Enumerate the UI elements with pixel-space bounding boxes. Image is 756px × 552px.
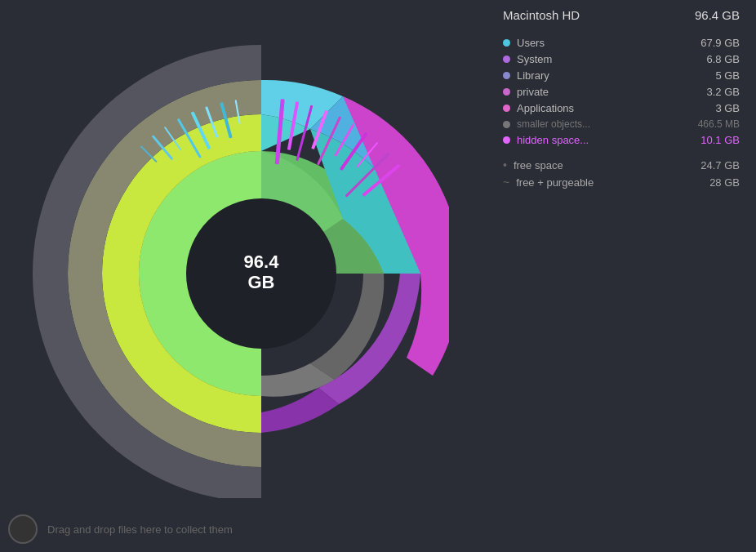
- disk-title-row: Macintosh HD 96.4 GB: [503, 8, 740, 25]
- legend-item-private: private3.2 GB: [503, 86, 740, 98]
- legend-label-users: Users: [517, 37, 683, 49]
- legend-dot-system: [503, 56, 510, 63]
- legend-value-library: 5 GB: [683, 69, 740, 82]
- legend-label-library: Library: [517, 69, 683, 82]
- legend-separator: [503, 150, 740, 158]
- legend-label-free-space: free space: [514, 159, 683, 171]
- legend-item-free-space: •free space24.7 GB: [503, 158, 740, 171]
- legend-item-free-purgeable: ~free + purgeable28 GB: [503, 176, 740, 189]
- legend-label-applications: Applications: [517, 102, 683, 114]
- chart-area: 96.4 GB: [24, 24, 482, 514]
- legend-prefix-free-purgeable: ~: [503, 176, 509, 189]
- legend-container: Users67.9 GBSystem6.8 GBLibrary5 GBpriva…: [503, 37, 740, 146]
- legend-label-free-purgeable: free + purgeable: [516, 176, 683, 189]
- drag-drop-area: Drag and drop files here to collect them: [8, 514, 233, 544]
- legend-prefix-free-space: •: [503, 158, 507, 171]
- disk-chart: 96.4 GB: [24, 24, 449, 498]
- legend-value-users: 67.9 GB: [683, 37, 740, 49]
- legend-label-private: private: [517, 86, 683, 98]
- legend-value-free-purgeable: 28 GB: [683, 176, 740, 189]
- legend-item-hidden: hidden space...10.1 GB: [503, 134, 740, 146]
- legend-item-applications: Applications3 GB: [503, 102, 740, 114]
- info-panel: Macintosh HD 96.4 GB Users67.9 GBSystem6…: [503, 8, 740, 193]
- legend-dot-library: [503, 72, 510, 79]
- legend-label-system: System: [517, 53, 683, 65]
- svg-text:GB: GB: [248, 272, 275, 292]
- legend-dot-hidden: [503, 136, 510, 144]
- svg-text:96.4: 96.4: [244, 252, 280, 272]
- legend-value-applications: 3 GB: [683, 102, 740, 114]
- legend-label-smaller: smaller objects...: [517, 118, 683, 130]
- disk-size: 96.4 GB: [695, 8, 740, 22]
- free-container: •free space24.7 GB~free + purgeable28 GB: [503, 158, 740, 189]
- drag-drop-circle: [8, 514, 38, 544]
- legend-dot-smaller: [503, 121, 510, 128]
- disk-title: Macintosh HD: [503, 8, 580, 22]
- legend-value-smaller: 466.5 MB: [683, 118, 740, 130]
- legend-dot-private: [503, 88, 510, 96]
- legend-value-hidden: 10.1 GB: [683, 134, 740, 146]
- legend-dot-applications: [503, 105, 510, 112]
- legend-item-system: System6.8 GB: [503, 53, 740, 65]
- drag-drop-text: Drag and drop files here to collect them: [47, 523, 233, 536]
- legend-label-hidden: hidden space...: [517, 134, 683, 146]
- legend-value-system: 6.8 GB: [683, 53, 740, 65]
- legend-item-smaller: smaller objects...466.5 MB: [503, 118, 740, 130]
- legend-value-private: 3.2 GB: [683, 86, 740, 98]
- legend-dot-users: [503, 39, 510, 47]
- legend-item-library: Library5 GB: [503, 69, 740, 82]
- legend-value-free-space: 24.7 GB: [683, 159, 740, 171]
- legend-item-users: Users67.9 GB: [503, 37, 740, 49]
